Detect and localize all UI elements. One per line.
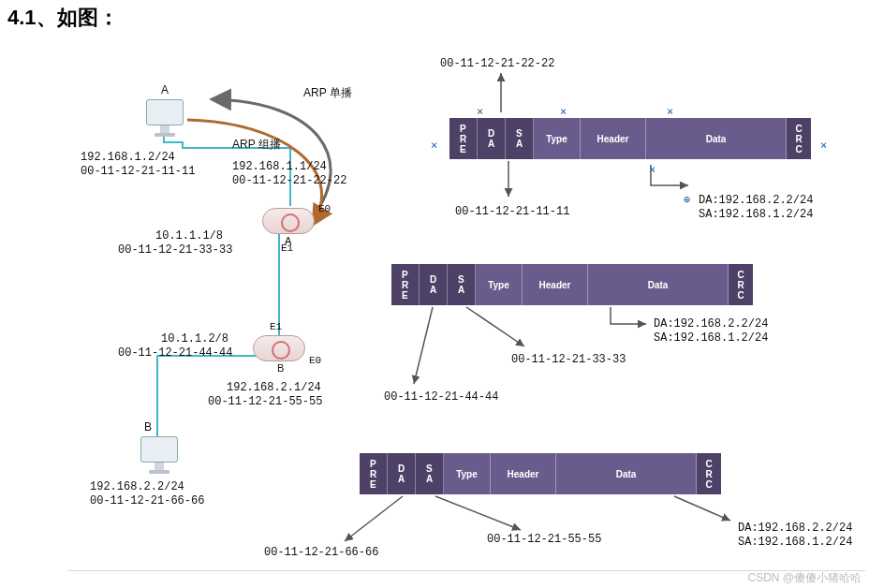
router-b bbox=[253, 335, 305, 361]
packet-da: DA bbox=[478, 118, 506, 159]
packet-data: Data bbox=[588, 264, 729, 305]
packet-sa: SA bbox=[416, 453, 444, 494]
router-b-label: B bbox=[277, 361, 284, 375]
marker-top1: × bbox=[477, 105, 483, 118]
router-icon bbox=[253, 335, 305, 361]
packet-type: Type bbox=[476, 264, 523, 305]
packet-frame-1: PRE DA SA Type Header Data CRC bbox=[449, 118, 811, 159]
packet-data: Data bbox=[556, 453, 697, 494]
packet3-ip-da: DA:192.168.2.2/24 bbox=[738, 521, 852, 536]
packet-type: Type bbox=[444, 453, 491, 494]
marker-top2: × bbox=[560, 105, 567, 118]
arp-unicast-label: ARP 单播 bbox=[303, 85, 352, 100]
marker-right: × bbox=[820, 139, 827, 152]
router-icon bbox=[262, 208, 315, 234]
packet2-ip-da: DA:192.168.2.2/24 bbox=[654, 316, 768, 331]
watermark: CSDN @傻傻小猪哈哈 bbox=[747, 570, 862, 586]
router-a-e0-ip: 192.168.1.1/24 bbox=[232, 159, 327, 174]
router-b-e0-mac: 00-11-12-21-55-55 bbox=[208, 394, 322, 409]
packet-type: Type bbox=[534, 118, 581, 159]
diagram-stage: 4.1、如图： bbox=[0, 0, 869, 588]
packet-crc: CRC bbox=[697, 453, 721, 494]
packet-pre: PRE bbox=[449, 118, 478, 159]
section-title: 4.1、如图： bbox=[7, 4, 119, 32]
packet1-ip-da: DA:192.168.2.2/24 bbox=[699, 193, 813, 208]
host-a-mac: 00-11-12-21-11-11 bbox=[81, 164, 195, 179]
router-a bbox=[262, 208, 315, 234]
svg-line-6 bbox=[674, 496, 730, 521]
packet2-ip-sa: SA:192.168.1.2/24 bbox=[654, 331, 768, 345]
packet-frame-3: PRE DA SA Type Header Data CRC bbox=[360, 453, 721, 494]
packet-data: Data bbox=[646, 118, 787, 159]
router-a-e0-mac: 00-11-12-21-22-22 bbox=[232, 173, 346, 188]
host-a bbox=[146, 99, 184, 137]
router-a-e1-ip: 10.1.1.1/8 bbox=[155, 228, 223, 243]
router-b-e1: E1 bbox=[270, 320, 282, 334]
marker-bot: × bbox=[649, 163, 655, 176]
packet2-sa-mac: 00-11-12-21-33-33 bbox=[511, 352, 626, 367]
svg-line-5 bbox=[435, 496, 521, 530]
router-b-e1-ip: 10.1.1.2/8 bbox=[161, 331, 228, 346]
packet-crc: CRC bbox=[729, 264, 753, 305]
packet-sa: SA bbox=[448, 264, 476, 305]
packet1-ip-da-prefix: ⊕ bbox=[684, 193, 690, 208]
marker-left: × bbox=[431, 139, 437, 152]
packet-pre: PRE bbox=[360, 453, 388, 494]
packet-sa: SA bbox=[506, 118, 534, 159]
marker-top3: × bbox=[667, 105, 673, 118]
router-b-e0: E0 bbox=[309, 354, 321, 368]
bottom-rule bbox=[67, 570, 865, 571]
host-b bbox=[140, 436, 178, 474]
arp-multicast-label: ARP 组播 bbox=[232, 137, 281, 152]
svg-line-3 bbox=[466, 307, 524, 346]
router-a-e1: E1 bbox=[281, 242, 293, 256]
router-b-e1-mac: 00-11-12-21-44-44 bbox=[118, 345, 232, 360]
router-a-e0: E0 bbox=[318, 202, 331, 216]
host-b-label: B bbox=[144, 419, 152, 434]
packet-header: Header bbox=[491, 453, 556, 494]
packet-crc: CRC bbox=[787, 118, 811, 159]
router-a-e1-mac: 00-11-12-21-33-33 bbox=[118, 243, 232, 257]
host-a-label: A bbox=[161, 82, 169, 97]
host-b-ip: 192.168.2.2/24 bbox=[90, 479, 184, 494]
packet3-da-mac: 00-11-12-21-66-66 bbox=[264, 545, 378, 560]
packet2-da-mac: 00-11-12-21-44-44 bbox=[384, 390, 498, 404]
packet3-sa-mac: 00-11-12-21-55-55 bbox=[487, 532, 601, 547]
host-a-ip: 192.168.1.2/24 bbox=[81, 150, 175, 165]
host-b-mac: 00-11-12-21-66-66 bbox=[90, 493, 204, 508]
packet-header: Header bbox=[523, 264, 588, 305]
packet-da: DA bbox=[420, 264, 448, 305]
svg-line-4 bbox=[345, 496, 403, 541]
packet-frame-2: PRE DA SA Type Header Data CRC bbox=[391, 264, 753, 305]
svg-line-2 bbox=[414, 307, 433, 384]
packet1-da-mac: 00-11-12-21-22-22 bbox=[440, 56, 554, 71]
packet1-ip-sa: SA:192.168.1.2/24 bbox=[699, 207, 813, 222]
monitor-icon bbox=[146, 99, 184, 125]
router-b-e0-ip: 192.168.2.1/24 bbox=[227, 380, 321, 395]
packet1-sa-mac: 00-11-12-21-11-11 bbox=[455, 204, 569, 219]
packet-header: Header bbox=[581, 118, 646, 159]
packet-da: DA bbox=[388, 453, 416, 494]
monitor-icon bbox=[140, 436, 178, 463]
packet3-ip-sa: SA:192.168.1.2/24 bbox=[738, 535, 852, 550]
packet-pre: PRE bbox=[391, 264, 420, 305]
